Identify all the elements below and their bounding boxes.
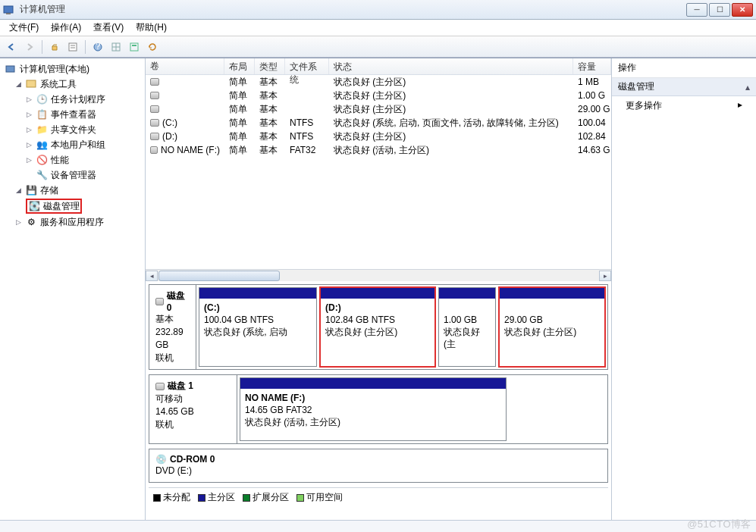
scroll-right-icon[interactable]: ▸ xyxy=(599,271,611,281)
menu-view[interactable]: 查看(V) xyxy=(87,20,130,36)
disk-icon xyxy=(155,298,164,305)
tree-event-viewer[interactable]: ▷📋事件查看器 xyxy=(24,107,143,122)
col-fs[interactable]: 文件系统 xyxy=(285,58,329,74)
volume-row[interactable]: NO NAME (F:)简单基本FAT32状态良好 (活动, 主分区)14.63… xyxy=(146,143,611,157)
main-content: 计算机管理(本地) ◢系统工具 ▷🕒任务计划程序 ▷📋事件查看器 ▷📁共享文件夹… xyxy=(0,58,756,520)
partition-29gb[interactable]: 29.00 GB状态良好 (主分区) xyxy=(499,287,605,367)
volume-row[interactable]: 简单基本状态良好 (主分区)1 MB xyxy=(146,75,611,89)
chevron-right-icon: ▸ xyxy=(738,99,742,112)
volume-row[interactable]: (D:)简单基本NTFS状态良好 (主分区)102.84 xyxy=(146,130,611,143)
window-title: 计算机管理 xyxy=(20,3,686,16)
svg-rect-10 xyxy=(130,43,138,51)
legend: 未分配 主分区 扩展分区 可用空间 xyxy=(149,487,608,507)
svg-rect-2 xyxy=(69,43,77,51)
volume-hscroll[interactable]: ◂ ▸ xyxy=(146,269,611,281)
partition-d[interactable]: (D:)102.84 GB NTFS状态良好 (主分区) xyxy=(320,287,435,367)
menu-help[interactable]: 帮助(H) xyxy=(130,20,173,36)
tree-system-tools-label: 系统工具 xyxy=(40,77,77,91)
svg-rect-11 xyxy=(132,45,136,46)
menu-file[interactable]: 文件(F) xyxy=(3,20,45,36)
col-type[interactable]: 类型 xyxy=(255,58,285,74)
actions-group[interactable]: 磁盘管理▴ xyxy=(612,78,756,96)
volume-header: 卷 布局 类型 文件系统 状态 容量 xyxy=(146,58,611,75)
minimize-button[interactable]: ─ xyxy=(686,3,707,17)
volume-row[interactable]: (C:)简单基本NTFS状态良好 (系统, 启动, 页面文件, 活动, 故障转储… xyxy=(146,116,611,130)
cdrom-block[interactable]: 💿CD-ROM 0 DVD (E:) xyxy=(149,449,608,483)
actions-pane: 操作 磁盘管理▴ 更多操作▸ xyxy=(612,58,756,520)
properties-button[interactable] xyxy=(64,39,81,55)
help-button[interactable]: ? xyxy=(89,39,106,55)
tree-local-users[interactable]: ▷👥本地用户和组 xyxy=(24,137,143,152)
volume-icon xyxy=(150,146,158,154)
tree-system-tools[interactable]: ◢系统工具 xyxy=(14,77,143,92)
titlebar: 计算机管理 ─ ☐ ✕ xyxy=(0,0,756,20)
navigation-tree[interactable]: 计算机管理(本地) ◢系统工具 ▷🕒任务计划程序 ▷📋事件查看器 ▷📁共享文件夹… xyxy=(0,58,146,520)
app-icon xyxy=(3,4,15,16)
tree-device-manager[interactable]: 🔧设备管理器 xyxy=(24,167,143,183)
tree-root-label: 计算机管理(本地) xyxy=(20,62,89,76)
volume-icon xyxy=(150,119,159,127)
disk-icon xyxy=(155,383,165,390)
volume-icon xyxy=(150,105,159,113)
window-buttons: ─ ☐ ✕ xyxy=(686,3,753,17)
volume-rows[interactable]: 简单基本状态良好 (主分区)1 MB简单基本状态良好 (主分区)1.00 G简单… xyxy=(146,75,611,269)
maximize-button[interactable]: ☐ xyxy=(709,3,730,17)
partition-1gb[interactable]: 1.00 GB状态良好 (主 xyxy=(438,287,496,367)
disk1-block[interactable]: 磁盘 1 可移动 14.65 GB 联机 NO NAME (F:)14.65 G… xyxy=(149,374,608,444)
col-layout[interactable]: 布局 xyxy=(224,58,255,74)
cdrom-info: 💿CD-ROM 0 DVD (E:) xyxy=(149,449,607,482)
close-button[interactable]: ✕ xyxy=(732,3,753,17)
menu-action[interactable]: 操作(A) xyxy=(45,20,87,36)
tree-shared-folders[interactable]: ▷📁共享文件夹 xyxy=(24,122,143,137)
tree-services-apps[interactable]: ▷⚙服务和应用程序 xyxy=(14,214,143,230)
watermark: @51CTO博客 xyxy=(687,518,751,531)
tree-performance[interactable]: ▷🚫性能 xyxy=(24,152,143,167)
disk-map: 磁盘 0 基本 232.89 GB 联机 (C:)100.04 GB NTFS状… xyxy=(146,281,611,520)
disk1-info: 磁盘 1 可移动 14.65 GB 联机 xyxy=(149,375,237,443)
volume-list: 卷 布局 类型 文件系统 状态 容量 简单基本状态良好 (主分区)1 MB简单基… xyxy=(146,58,611,281)
tree-root[interactable]: 计算机管理(本地) xyxy=(3,61,143,77)
back-button[interactable] xyxy=(3,39,20,55)
col-status[interactable]: 状态 xyxy=(329,58,573,74)
actions-more[interactable]: 更多操作▸ xyxy=(612,96,756,115)
toolbar: ? xyxy=(0,36,756,58)
col-volume[interactable]: 卷 xyxy=(146,58,224,74)
menubar: 文件(F) 操作(A) 查看(V) 帮助(H) xyxy=(0,20,756,36)
disk0-block[interactable]: 磁盘 0 基本 232.89 GB 联机 (C:)100.04 GB NTFS状… xyxy=(149,284,608,370)
statusbar xyxy=(0,520,756,532)
collapse-icon[interactable]: ▴ xyxy=(745,82,750,92)
volume-row[interactable]: 简单基本状态良好 (主分区)29.00 G xyxy=(146,102,611,116)
tree-disk-management[interactable]: 💽磁盘管理 xyxy=(24,198,143,214)
actions-header: 操作 xyxy=(612,58,756,78)
up-button[interactable] xyxy=(46,39,63,55)
volume-icon xyxy=(150,133,159,140)
volume-icon xyxy=(150,92,159,99)
volume-row[interactable]: 简单基本状态良好 (主分区)1.00 G xyxy=(146,89,611,102)
center-pane: 卷 布局 类型 文件系统 状态 容量 简单基本状态良好 (主分区)1 MB简单基… xyxy=(146,58,612,520)
svg-rect-1 xyxy=(6,13,11,14)
partition-f[interactable]: NO NAME (F:)14.65 GB FAT32状态良好 (活动, 主分区) xyxy=(240,377,507,441)
svg-text:?: ? xyxy=(96,42,101,52)
svg-rect-13 xyxy=(27,80,36,87)
scroll-left-icon[interactable]: ◂ xyxy=(146,271,158,281)
disk0-info: 磁盘 0 基本 232.89 GB 联机 xyxy=(149,285,196,369)
disk1-partitions: NO NAME (F:)14.65 GB FAT32状态良好 (活动, 主分区) xyxy=(237,375,607,443)
refresh-button[interactable] xyxy=(144,39,161,55)
disk0-partitions: (C:)100.04 GB NTFS状态良好 (系统, 启动 (D:)102.8… xyxy=(196,285,607,369)
view-detail-button[interactable] xyxy=(126,39,143,55)
tree-task-scheduler[interactable]: ▷🕒任务计划程序 xyxy=(24,92,143,107)
cdrom-icon: 💿 xyxy=(155,454,167,465)
forward-button[interactable] xyxy=(21,39,38,55)
svg-rect-12 xyxy=(6,66,14,72)
partition-c[interactable]: (C:)100.04 GB NTFS状态良好 (系统, 启动 xyxy=(199,287,317,367)
col-capacity[interactable]: 容量 xyxy=(573,58,611,74)
volume-icon xyxy=(150,78,159,86)
tree-storage[interactable]: ◢💾存储 xyxy=(14,183,143,198)
view-list-button[interactable] xyxy=(108,39,124,55)
scroll-thumb[interactable] xyxy=(158,271,280,281)
svg-rect-0 xyxy=(4,6,13,13)
